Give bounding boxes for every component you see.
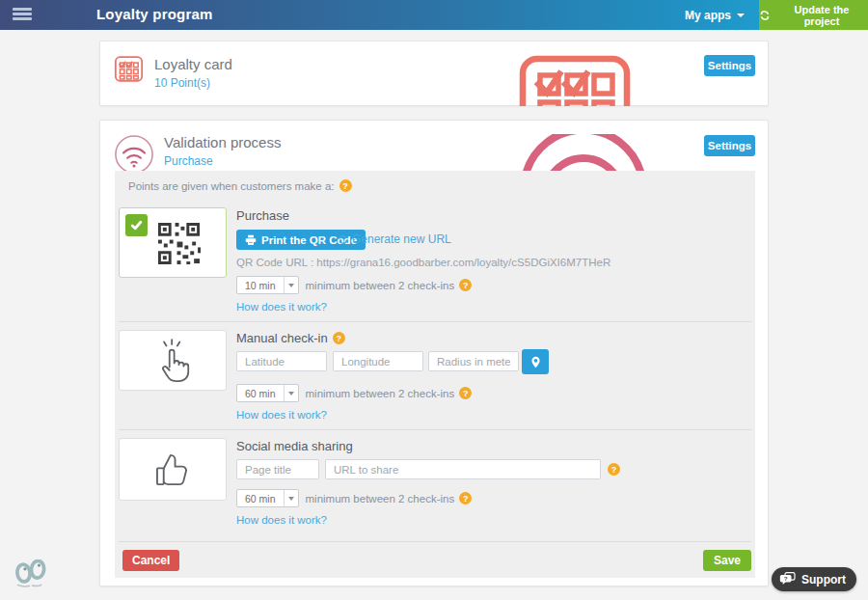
location-pin-icon [529, 356, 542, 368]
printer-icon [245, 234, 257, 246]
chevron-down-icon [737, 14, 745, 17]
chevron-down-icon [284, 490, 298, 506]
svg-text:?: ? [784, 575, 788, 582]
help-icon[interactable]: ? [339, 179, 352, 192]
manual-interval-row: 60 min minimum between 2 check-ins ? [236, 384, 472, 402]
support-label: Support [801, 573, 846, 586]
my-apps-menu[interactable]: My apps [685, 0, 745, 30]
longitude-input[interactable] [333, 351, 423, 371]
points-intro-label: Points are given when customers make a: [128, 180, 335, 192]
selected-check-icon [125, 214, 148, 236]
chevron-down-icon [284, 385, 298, 401]
manual-interval-label: minimum between 2 check-ins ? [306, 387, 473, 399]
manual-interval-text: minimum between 2 check-ins [306, 388, 455, 399]
locate-button[interactable] [522, 349, 549, 374]
manual-how-link[interactable]: How does it work? [236, 409, 327, 421]
generate-new-url-label: Generate new URL [352, 232, 451, 246]
purchase-section-title: Purchase [236, 208, 289, 223]
help-icon[interactable]: ? [459, 279, 472, 291]
validation-settings-panel: Points are given when customers make a: … [115, 171, 755, 578]
chevron-down-icon [284, 277, 298, 293]
tap-hand-icon [148, 336, 198, 386]
cancel-button[interactable]: Cancel [122, 550, 179, 571]
loyalty-card-title: Loyalty card [154, 56, 232, 72]
hamburger-menu-icon[interactable] [13, 8, 32, 21]
social-interval-label: minimum between 2 check-ins ? [306, 492, 473, 505]
update-project-button[interactable]: Update the project [759, 0, 868, 30]
loyalty-points-link[interactable]: 10 Point(s) [154, 76, 210, 90]
social-how-link[interactable]: How does it work? [236, 514, 327, 526]
social-interval-row: 60 min minimum between 2 check-ins ? [236, 489, 472, 507]
support-chat-icon: ? [779, 572, 796, 586]
purchase-tile[interactable] [119, 207, 227, 278]
validation-settings-button[interactable]: Settings [704, 135, 755, 156]
social-interval-select[interactable]: 60 min [236, 489, 299, 507]
manual-interval-select[interactable]: 60 min [236, 384, 299, 402]
thumbs-up-icon [147, 444, 199, 496]
section-divider [119, 429, 751, 430]
manual-checkin-title-label: Manual check-in [236, 331, 328, 345]
social-interval-value: 60 min [237, 490, 284, 506]
purchase-interval-value: 10 min [237, 277, 284, 293]
radius-input[interactable] [428, 351, 519, 371]
qr-code-image [156, 221, 202, 270]
manual-checkin-tile[interactable] [119, 330, 227, 391]
manual-interval-value: 60 min [237, 385, 284, 401]
latitude-input[interactable] [236, 351, 327, 371]
points-intro: Points are given when customers make a: … [128, 179, 352, 192]
section-divider [119, 541, 751, 542]
social-sharing-section-title: Social media sharing [236, 439, 353, 453]
social-sharing-tile[interactable] [119, 438, 227, 501]
top-bar: Loyalty program My apps Update the proje… [0, 0, 868, 30]
validation-large-icon [523, 134, 644, 171]
validation-type-link[interactable]: Purchase [164, 154, 213, 168]
purchase-interval-row: 10 min minimum between 2 check-ins ? [236, 276, 472, 294]
page-title-input[interactable] [236, 459, 319, 479]
loyalty-card-panel: Loyalty card 10 Point(s) Settings [99, 41, 769, 106]
qr-code-url-text: QR Code URL : https://grana16.goodbarber… [236, 257, 610, 268]
manual-checkin-section-title: Manual check-in ? [236, 331, 345, 345]
social-sharing-title-label: Social media sharing [236, 439, 353, 453]
support-button[interactable]: ? Support [772, 567, 856, 591]
help-icon[interactable]: ? [608, 463, 620, 476]
section-divider [119, 321, 751, 322]
validation-title: Validation process [164, 134, 281, 150]
loyalty-card-icon [114, 54, 144, 88]
goodbarber-logo [13, 559, 49, 592]
social-interval-text: minimum between 2 check-ins [306, 493, 455, 505]
url-to-share-input[interactable] [325, 459, 601, 479]
sync-icon [759, 10, 771, 21]
page-title: Loyalty program [96, 6, 213, 22]
sync-icon [338, 234, 348, 245]
help-icon[interactable]: ? [333, 332, 345, 344]
purchase-how-link[interactable]: How does it work? [236, 301, 327, 313]
help-icon[interactable]: ? [459, 492, 472, 505]
loyalty-card-large-icon [519, 55, 633, 106]
my-apps-label: My apps [685, 9, 731, 22]
purchase-interval-label: minimum between 2 check-ins ? [306, 279, 473, 291]
save-button[interactable]: Save [703, 550, 751, 571]
generate-new-url-link[interactable]: Generate new URL [338, 232, 451, 246]
update-project-label: Update the project [775, 4, 868, 27]
loyalty-settings-button[interactable]: Settings [704, 55, 755, 76]
purchase-title-label: Purchase [236, 208, 289, 223]
help-icon[interactable]: ? [459, 387, 472, 399]
purchase-interval-select[interactable]: 10 min [236, 276, 299, 294]
validation-process-panel: Validation process Purchase Settings Poi… [99, 120, 769, 586]
purchase-interval-text: minimum between 2 check-ins [306, 280, 455, 291]
